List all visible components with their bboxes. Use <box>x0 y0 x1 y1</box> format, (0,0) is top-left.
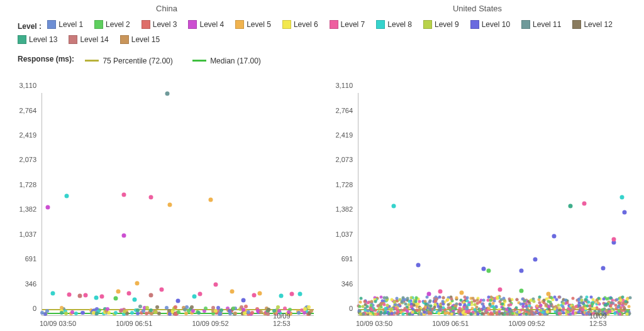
data-point[interactable] <box>40 311 44 315</box>
data-point[interactable] <box>370 308 373 311</box>
data-point[interactable] <box>423 311 426 314</box>
data-point[interactable] <box>415 308 418 312</box>
data-point[interactable] <box>127 291 131 295</box>
data-point[interactable] <box>385 296 388 299</box>
data-point[interactable] <box>475 298 479 301</box>
data-point[interactable] <box>487 307 491 310</box>
data-point[interactable] <box>489 298 492 301</box>
data-point[interactable] <box>279 294 284 298</box>
legend-item[interactable]: Level 12 <box>572 18 612 31</box>
data-point[interactable] <box>45 309 49 313</box>
data-point[interactable] <box>409 296 413 299</box>
data-point[interactable] <box>74 312 78 315</box>
data-point[interactable] <box>595 299 598 302</box>
data-point[interactable] <box>487 269 491 273</box>
data-point[interactable] <box>204 307 208 310</box>
data-point[interactable] <box>247 310 250 314</box>
data-point[interactable] <box>533 258 537 262</box>
data-point[interactable] <box>243 312 247 315</box>
data-point[interactable] <box>241 298 245 303</box>
legend-item[interactable]: Level 8 <box>376 18 412 31</box>
data-point[interactable] <box>358 305 362 308</box>
data-point[interactable] <box>218 312 222 315</box>
data-point[interactable] <box>303 311 306 315</box>
data-point[interactable] <box>259 310 263 314</box>
data-point[interactable] <box>130 311 134 315</box>
data-point[interactable] <box>601 266 605 270</box>
data-point[interactable] <box>384 311 387 314</box>
data-point[interactable] <box>266 312 270 316</box>
data-point[interactable] <box>360 297 363 300</box>
data-point[interactable] <box>501 302 504 305</box>
data-point[interactable] <box>95 312 99 315</box>
data-point[interactable] <box>374 300 377 303</box>
data-point[interactable] <box>100 295 104 299</box>
data-point[interactable] <box>417 303 420 306</box>
data-point[interactable] <box>533 300 536 303</box>
data-point[interactable] <box>416 263 421 268</box>
data-point[interactable] <box>174 305 177 309</box>
data-point[interactable] <box>116 290 120 294</box>
data-point[interactable] <box>307 305 311 309</box>
legend-item[interactable]: Level 11 <box>521 18 561 31</box>
data-point[interactable] <box>427 303 430 307</box>
data-point[interactable] <box>553 308 557 311</box>
data-point[interactable] <box>81 311 85 315</box>
data-point[interactable] <box>192 295 196 299</box>
data-point[interactable] <box>506 308 509 312</box>
data-point[interactable] <box>149 308 153 312</box>
data-point[interactable] <box>157 312 161 315</box>
data-point[interactable] <box>426 296 429 299</box>
data-point[interactable] <box>530 310 533 313</box>
data-point[interactable] <box>370 304 373 307</box>
data-point[interactable] <box>538 296 541 299</box>
data-point[interactable] <box>518 310 521 313</box>
data-point[interactable] <box>208 197 213 202</box>
data-point[interactable] <box>466 300 469 303</box>
data-point[interactable] <box>411 311 414 314</box>
data-point[interactable] <box>298 291 303 296</box>
data-point[interactable] <box>160 288 164 292</box>
data-point[interactable] <box>571 312 574 315</box>
legend-item[interactable]: Level 15 <box>120 33 160 46</box>
data-point[interactable] <box>452 307 455 310</box>
data-point[interactable] <box>519 269 524 273</box>
legend-item[interactable]: Level 3 <box>142 18 177 31</box>
data-point[interactable] <box>466 296 469 299</box>
data-point[interactable] <box>214 309 218 313</box>
data-point[interactable] <box>216 306 220 310</box>
data-point[interactable] <box>519 289 524 293</box>
data-point[interactable] <box>590 295 593 298</box>
data-point[interactable] <box>547 305 550 308</box>
data-point[interactable] <box>113 296 118 300</box>
data-point[interactable] <box>132 297 136 301</box>
data-point[interactable] <box>190 305 194 309</box>
data-point[interactable] <box>70 310 74 314</box>
data-point[interactable] <box>123 310 126 313</box>
data-point[interactable] <box>386 303 389 307</box>
data-point[interactable] <box>390 312 393 315</box>
data-point[interactable] <box>418 308 421 312</box>
data-point[interactable] <box>250 311 254 315</box>
data-point[interactable] <box>477 313 480 316</box>
data-point[interactable] <box>408 300 411 303</box>
data-point[interactable] <box>391 308 394 311</box>
data-point[interactable] <box>177 310 180 314</box>
data-point[interactable] <box>153 310 157 314</box>
data-point[interactable] <box>620 195 625 200</box>
data-point[interactable] <box>136 308 140 312</box>
data-point[interactable] <box>496 311 499 314</box>
data-point[interactable] <box>94 295 99 300</box>
data-point[interactable] <box>480 312 484 315</box>
data-point[interactable] <box>558 312 561 315</box>
data-point[interactable] <box>121 192 126 197</box>
data-point[interactable] <box>431 307 435 310</box>
data-point[interactable] <box>423 308 426 311</box>
data-point[interactable] <box>403 298 406 301</box>
data-point[interactable] <box>491 302 494 305</box>
data-point[interactable] <box>584 298 587 301</box>
data-point[interactable] <box>496 295 499 298</box>
data-point[interactable] <box>45 205 50 210</box>
data-point[interactable] <box>627 305 630 308</box>
data-point[interactable] <box>145 312 148 315</box>
